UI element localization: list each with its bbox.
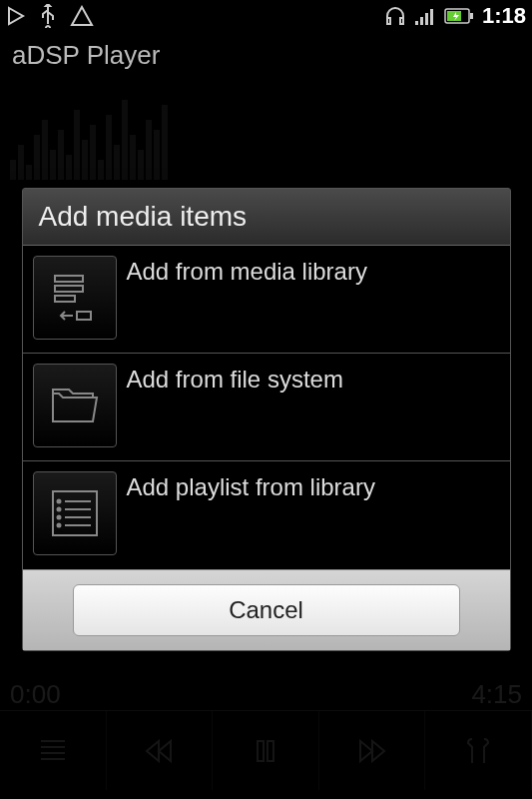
svg-point-20 [57, 508, 60, 511]
svg-rect-17 [53, 491, 97, 535]
option-playlist-library[interactable]: Add playlist from library [23, 461, 510, 569]
add-media-dialog: Add media items Add from media library [22, 188, 511, 651]
playlist-icon [33, 471, 117, 555]
option-label: Add playlist from library [127, 471, 375, 501]
svg-rect-16 [77, 312, 91, 320]
svg-point-18 [57, 500, 60, 503]
dialog-footer: Cancel [23, 569, 510, 650]
modal-backdrop: Add media items Add from media library [0, 0, 532, 799]
svg-rect-13 [55, 276, 83, 282]
option-label: Add from file system [127, 364, 343, 394]
svg-rect-14 [55, 286, 83, 292]
option-file-system[interactable]: Add from file system [23, 354, 510, 461]
option-media-library[interactable]: Add from media library [23, 246, 510, 354]
cancel-button[interactable]: Cancel [73, 584, 460, 636]
folder-icon [33, 364, 117, 447]
media-library-icon [33, 256, 117, 340]
svg-rect-15 [55, 296, 75, 302]
dialog-options-list: Add from media library Add from file sys… [23, 246, 510, 569]
svg-point-22 [57, 516, 60, 519]
option-label: Add from media library [127, 256, 367, 286]
svg-point-24 [57, 524, 60, 527]
dialog-title: Add media items [23, 189, 510, 246]
